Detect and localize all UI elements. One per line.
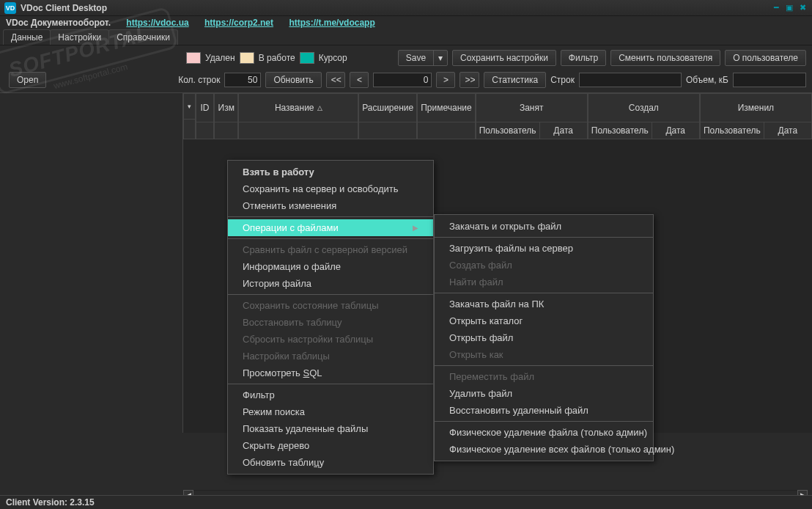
menu-item[interactable]: Восстановить удаленный файл xyxy=(435,402,653,419)
change-user-button[interactable]: Сменить пользователя xyxy=(610,50,720,66)
menu-separator xyxy=(228,216,433,217)
column-created-date[interactable]: Дата xyxy=(652,122,699,139)
about-user-button[interactable]: О пользователе xyxy=(725,50,806,66)
menu-item[interactable]: Открыть файл xyxy=(435,329,653,346)
nav-first-button[interactable]: << xyxy=(326,72,346,88)
lines-input[interactable] xyxy=(579,73,682,87)
titlebar: VD VDoc Client Desktop ━ ▣ ✖ xyxy=(0,0,812,16)
rows-label: Кол. строк xyxy=(178,75,220,85)
menu-item[interactable]: Обновить таблицу xyxy=(228,454,433,471)
column-name[interactable]: Название △ xyxy=(239,94,358,122)
status-bar: Client Version: 2.3.15 xyxy=(0,495,812,509)
column-note[interactable]: Примечание xyxy=(418,94,474,122)
menu-separator xyxy=(228,384,433,384)
menu-item[interactable]: Физическое удаление файла (только админ) xyxy=(435,424,653,441)
menu-item[interactable]: Взять в работу xyxy=(228,164,433,180)
column-busy-date[interactable]: Дата xyxy=(540,122,587,139)
legend-swatch-deleted xyxy=(186,52,201,64)
stats-button[interactable]: Статистика xyxy=(484,72,546,88)
menu-item[interactable]: Отменить изменения xyxy=(228,197,433,214)
menu-item: Открыть как xyxy=(435,346,653,363)
refresh-button[interactable]: Обновить xyxy=(265,72,321,88)
filter-button[interactable]: Фильтр xyxy=(561,50,606,66)
chevron-down-icon[interactable]: ▾ xyxy=(433,51,447,65)
tab-data[interactable]: Данные xyxy=(3,29,51,45)
menu-item[interactable]: Скрыть дерево xyxy=(228,437,433,454)
nav-next-button[interactable]: > xyxy=(436,72,455,88)
column-created-user[interactable]: Пользователь xyxy=(588,122,652,139)
rows-input[interactable] xyxy=(224,73,261,87)
app-subtitle: VDoc Документооборот. xyxy=(6,18,111,28)
app-logo-icon: VD xyxy=(4,2,16,14)
context-menu: Взять в работуСохранить на сервер и осво… xyxy=(227,160,434,475)
chevron-right-icon: ▶ xyxy=(413,224,418,232)
menu-item[interactable]: Информация о файле xyxy=(228,258,433,275)
menu-item[interactable]: Закачать файл на ПК xyxy=(435,296,653,312)
lines-label: Строк xyxy=(550,75,575,85)
column-change[interactable]: Изм xyxy=(215,94,237,122)
menu-item[interactable]: Загрузить файлы на сервер xyxy=(435,240,653,257)
column-id[interactable]: ID xyxy=(196,94,214,122)
menu-item[interactable]: Показать удаленные файлы xyxy=(228,420,433,437)
tab-references[interactable]: Справочники xyxy=(108,29,178,45)
grid-header: ▾ ID Изм Название △ Расширение Примечани… xyxy=(183,93,812,139)
save-settings-button[interactable]: Сохранить настройки xyxy=(452,50,556,66)
save-button[interactable]: Save▾ xyxy=(398,50,448,66)
menu-item: Сохранить состояние таблицы xyxy=(228,297,433,314)
tab-settings[interactable]: Настройки xyxy=(50,29,109,45)
menu-separator xyxy=(435,237,653,238)
column-changed-date[interactable]: Дата xyxy=(764,122,811,139)
menu-item[interactable]: Закачать и открыть файл xyxy=(435,218,653,235)
menu-item: Переместить файл xyxy=(435,368,653,385)
menu-item[interactable]: Удалить файл xyxy=(435,385,653,402)
menu-item: Создать файл xyxy=(435,257,653,274)
link-telegram[interactable]: https://t.me/vdocapp xyxy=(289,18,374,28)
context-submenu: Закачать и открыть файлЗагрузить файлы н… xyxy=(434,214,654,461)
column-busy-user[interactable]: Пользователь xyxy=(476,122,540,139)
link-corp2[interactable]: https://corp2.net xyxy=(204,18,273,28)
menu-separator xyxy=(435,293,653,293)
menu-item[interactable]: Режим поиска xyxy=(228,403,433,420)
menu-item: Восстановить таблицу xyxy=(228,314,433,331)
toolbar-top: Удален В работе Курсор Save▾ Сохранить н… xyxy=(0,45,812,70)
column-busy[interactable]: Занят xyxy=(476,94,587,122)
column-created[interactable]: Создал xyxy=(588,94,699,122)
menu-item[interactable]: Физическое удаление всех файлов (только … xyxy=(435,441,653,458)
position-input[interactable] xyxy=(373,73,432,87)
header-links: VDoc Документооборот. https://vdoc.ua ht… xyxy=(0,16,812,29)
menu-item[interactable]: Открыть каталог xyxy=(435,312,653,329)
minimize-icon[interactable]: ━ xyxy=(771,3,781,13)
menu-item[interactable]: История файла xyxy=(228,275,433,292)
menu-item[interactable]: Сохранить на сервер и освободить xyxy=(228,180,433,197)
menu-item: Найти файл xyxy=(435,274,653,290)
volume-input[interactable] xyxy=(733,73,806,87)
toolbar-bottom: Open Кол. строк Обновить << < > >> Стати… xyxy=(0,70,812,92)
menu-item: Сбросить настройки таблицы xyxy=(228,331,433,348)
maximize-icon[interactable]: ▣ xyxy=(784,3,794,13)
sort-asc-icon: △ xyxy=(317,104,322,111)
menu-item[interactable]: Просмотреть SQL xyxy=(228,365,433,381)
menu-item: Сравнить файл с серверной версией xyxy=(228,241,433,258)
window-title: VDoc Client Desktop xyxy=(21,3,768,13)
menu-item[interactable]: Фильтр xyxy=(228,387,433,403)
close-icon[interactable]: ✖ xyxy=(797,3,808,13)
legend-cursor: Курсор xyxy=(319,53,347,63)
menu-separator xyxy=(435,421,653,422)
column-selector[interactable]: ▾ xyxy=(184,94,195,120)
nav-prev-button[interactable]: < xyxy=(350,72,369,88)
link-vdoc[interactable]: https://vdoc.ua xyxy=(126,18,188,28)
open-button[interactable]: Open xyxy=(9,72,46,88)
column-changed[interactable]: Изменил xyxy=(701,94,811,122)
menu-separator xyxy=(435,365,653,366)
tab-bar: Данные Настройки Справочники xyxy=(0,29,812,45)
menu-item: Настройки таблицы xyxy=(228,348,433,365)
legend-swatch-inwork xyxy=(240,52,254,64)
column-changed-user[interactable]: Пользователь xyxy=(701,122,764,139)
tree-panel xyxy=(0,93,183,433)
menu-separator xyxy=(228,294,433,295)
legend-swatch-cursor xyxy=(300,52,314,64)
volume-label: Объем, кБ xyxy=(686,75,728,85)
column-extension[interactable]: Расширение xyxy=(359,94,416,122)
nav-last-button[interactable]: >> xyxy=(459,72,479,88)
menu-item[interactable]: Операции с файлами▶ xyxy=(228,219,433,236)
